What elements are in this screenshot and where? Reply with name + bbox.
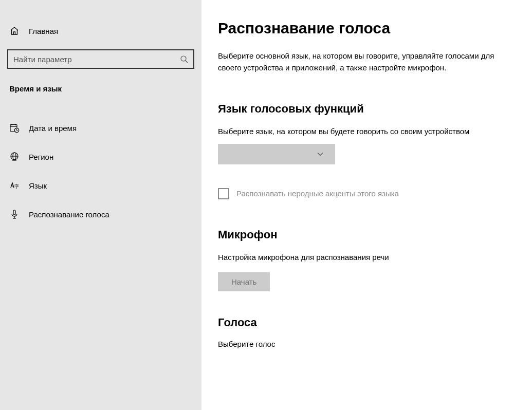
- svg-text:字: 字: [14, 184, 19, 189]
- sidebar-item-speech[interactable]: Распознавание голоса: [0, 200, 201, 229]
- page-title: Распознавание голоса: [218, 20, 517, 37]
- svg-rect-16: [13, 210, 15, 215]
- voices-desc: Выберите голос: [218, 340, 517, 348]
- sidebar-item-label: Дата и время: [29, 124, 77, 133]
- voices-title: Голоса: [218, 316, 517, 329]
- language-icon: 字: [9, 180, 20, 191]
- sidebar-item-date-time[interactable]: Дата и время: [0, 114, 201, 142]
- calendar-clock-icon: [9, 123, 20, 133]
- accent-checkbox-row[interactable]: Распознавать неродные акценты этого язык…: [218, 188, 517, 199]
- chevron-down-icon: [317, 151, 324, 158]
- page-intro: Выберите основной язык, на котором вы го…: [218, 50, 506, 73]
- sidebar-item-label: Регион: [29, 153, 53, 161]
- sidebar-item-label: Язык: [29, 181, 47, 190]
- svg-line-8: [17, 131, 18, 131]
- home-icon: [9, 26, 20, 36]
- home-button[interactable]: Главная: [0, 21, 201, 45]
- globe-icon: [9, 152, 20, 162]
- search-icon: [180, 55, 188, 63]
- microphone-start-button[interactable]: Начать: [218, 272, 270, 291]
- speech-language-desc: Выберите язык, на котором вы будете гово…: [218, 126, 506, 138]
- sidebar: Главная Время и язык: [0, 0, 201, 410]
- microphone-title: Микрофон: [218, 228, 517, 241]
- speech-language-dropdown[interactable]: [218, 144, 335, 164]
- microphone-icon: [9, 209, 20, 219]
- nav-list: Дата и время Регион 字: [0, 114, 201, 229]
- microphone-section: Микрофон Настройка микрофона для распозн…: [218, 228, 517, 292]
- search-input[interactable]: [13, 55, 180, 64]
- sidebar-section-title: Время и язык: [0, 69, 201, 98]
- speech-language-title: Язык голосовых функций: [218, 102, 517, 116]
- sidebar-item-language[interactable]: 字 Язык: [0, 171, 201, 200]
- home-label: Главная: [29, 27, 58, 35]
- accent-checkbox[interactable]: [218, 188, 229, 199]
- svg-line-1: [186, 61, 188, 63]
- search-box[interactable]: [7, 49, 194, 69]
- main-content: Распознавание голоса Выберите основной я…: [201, 0, 532, 410]
- accent-checkbox-label: Распознавать неродные акценты этого язык…: [236, 189, 399, 198]
- speech-language-section: Язык голосовых функций Выберите язык, на…: [218, 102, 517, 199]
- microphone-desc: Настройка микрофона для распознавания ре…: [218, 252, 506, 264]
- svg-point-0: [181, 56, 186, 61]
- sidebar-item-label: Распознавание голоса: [29, 210, 109, 219]
- sidebar-item-region[interactable]: Регион: [0, 142, 201, 171]
- voices-section: Голоса Выберите голос: [218, 316, 517, 348]
